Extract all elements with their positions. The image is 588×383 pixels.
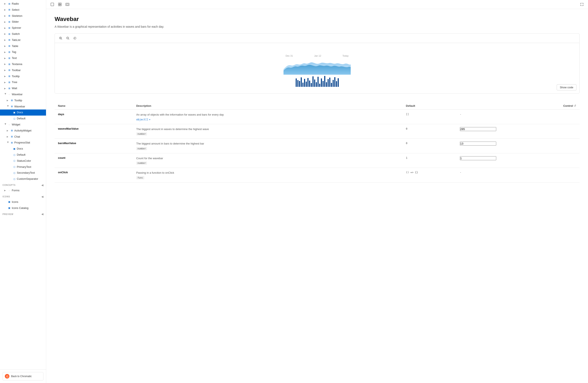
show-code-button[interactable]: Show code [557, 84, 576, 90]
back-to-chromatic-btn[interactable]: C Back to Chromatic [2, 372, 43, 381]
expand-arrow-icon: ▶ [4, 26, 7, 30]
reset-zoom-button[interactable] [72, 35, 78, 41]
expand-arrow-icon: ▶ [6, 142, 10, 144]
sidebar-footer: C Back to Chromatic [0, 369, 46, 383]
sidebar-item-text[interactable]: ▶ ⊞ Text [0, 55, 46, 61]
sidebar-item-wavebar-default[interactable]: ◻ Default [0, 115, 46, 122]
sidebar: ▶ ⊞ Radio ▶ ⊞ Select ▶ ⊞ Skeleton ▶ ⊞ Sl… [0, 0, 46, 383]
sidebar-item-label: PrimaryText [17, 165, 44, 169]
sidebar-item-progressstat-secondarytext[interactable]: ◻ SecondaryText [0, 170, 46, 176]
sidebar-item-wavebar-tooltip[interactable]: ▶ ⊞ Tooltip [0, 97, 46, 104]
sidebar-item-wavebar-wavebar[interactable]: ▶ ⊞ Wavebar [0, 104, 46, 110]
fullscreen-button[interactable] [579, 1, 585, 8]
prop-name-cell: barsMaxValue [55, 139, 133, 153]
group-icon: ○ [8, 93, 11, 96]
component-icon: ⊞ [8, 14, 11, 18]
sidebar-item-tablist[interactable]: ▶ ⊞ TabList [0, 37, 46, 43]
sidebar-item-wait[interactable]: ▶ ⊞ Wait [0, 85, 46, 92]
count-input[interactable] [460, 156, 496, 160]
bar [304, 79, 305, 87]
prop-default-cell: 0 [402, 124, 457, 139]
sidebar-item-label: Tag [12, 50, 44, 54]
sidebar-item-textarea[interactable]: ▶ ⊞ Textarea [0, 61, 46, 67]
bar [313, 76, 314, 87]
sidebar-item-spinner[interactable]: ▶ ⊞ Spinner [0, 25, 46, 31]
page-title: Wavebar [55, 16, 580, 22]
sidebar-item-icons-catalog[interactable]: ▣ Icons Catalog [0, 205, 46, 211]
table-row: barsMaxValue The biggest amount in bars … [55, 139, 580, 153]
icons-collapse-btn[interactable]: ◀ [41, 195, 43, 198]
sidebar-item-radio[interactable]: ▶ ⊞ Radio [0, 1, 46, 7]
sidebar-item-activitywidget[interactable]: ▶ ⊞ ActivityWidget [0, 128, 46, 134]
sidebar-item-progressstat[interactable]: ▶ ⊞ ProgressStat [0, 140, 46, 146]
content-area: Wavebar A Wavebar is a graphical represe… [46, 9, 588, 383]
component-icon: ⊞ [8, 57, 11, 60]
wavesMaxValue-input[interactable] [460, 127, 496, 131]
sidebar-item-progressstat-customseparator[interactable]: ◻ CustomSeparator [0, 176, 46, 182]
sidebar-item-label: Forms [12, 188, 44, 193]
expand-arrow-icon: ▶ [4, 51, 7, 54]
icons-section-label: ICONS [2, 195, 10, 198]
sidebar-item-label: Table [12, 44, 44, 48]
zoom-in-button[interactable] [58, 35, 64, 41]
sidebar-item-icons[interactable]: ▣ Icons [0, 199, 46, 205]
chromatic-logo: C [5, 374, 9, 379]
sidebar-item-chat[interactable]: ▶ ⊞ Chat [0, 134, 46, 140]
preview-collapse-btn[interactable]: ◀ [41, 213, 43, 216]
sidebar-item-tag[interactable]: ▶ ⊞ Tag [0, 49, 46, 55]
sidebar-item-progressstat-default[interactable]: ◻ Default [0, 152, 46, 158]
chart-label-left: Dec 31 [286, 55, 293, 57]
sidebar-item-progressstat-docs[interactable]: ▣ Docs [0, 146, 46, 152]
layout-responsive-button[interactable] [64, 1, 71, 8]
bar [329, 77, 330, 87]
sidebar-item-forms[interactable]: ▶ ○ Forms [0, 188, 46, 193]
sidebar-item-label: Text [12, 56, 44, 60]
type-badge: number [136, 132, 147, 135]
sidebar-item-slider[interactable]: ▶ ⊞ Slider [0, 19, 46, 25]
prop-description-cell: An array of objects with the information… [133, 110, 402, 124]
sidebar-item-switch[interactable]: ▶ ⊞ Switch [0, 31, 46, 37]
barsMaxValue-input[interactable] [460, 142, 496, 146]
sidebar-item-wavebar-group[interactable]: ▶ ○ Wavebar [0, 92, 46, 97]
page-description: A Wavebar is a graphical representation … [55, 25, 580, 28]
bar [331, 83, 332, 87]
component-icon: ⊞ [10, 135, 13, 139]
preview-toolbar [55, 34, 579, 43]
sidebar-item-tooltip[interactable]: ▶ ⊞ Tooltip [0, 73, 46, 79]
sidebar-item-skeleton[interactable]: ▶ ⊞ Skeleton [0, 13, 46, 19]
sidebar-item-wavebar-docs[interactable]: ▣ Docs [0, 110, 46, 115]
layout-grid-button[interactable] [57, 1, 63, 8]
expand-arrow-icon: ▶ [7, 135, 9, 138]
zoom-out-button[interactable] [65, 35, 71, 41]
expand-arrow-icon: ▶ [4, 32, 7, 36]
sidebar-item-widget-group[interactable]: ▶ ○ Widget [0, 122, 46, 128]
preview-section-label: PREVIEW [2, 213, 13, 215]
bar [297, 80, 298, 87]
props-table: Name Description Default Control ↺ days … [55, 102, 580, 182]
component-icon: ⊞ [8, 80, 11, 84]
sidebar-item-toolbar[interactable]: ▶ ⊞ Toolbar [0, 67, 46, 73]
sidebar-item-label: Chat [14, 135, 44, 139]
preview-content: Dec 31 Jan 12 Today [55, 43, 579, 93]
bar [338, 78, 339, 87]
component-icon: ⊞ [8, 62, 11, 66]
component-icon: ⊞ [10, 141, 13, 145]
col-control-header: Control ↺ [457, 102, 580, 110]
reset-controls-button[interactable]: ↺ [574, 104, 576, 107]
sidebar-item-label: Docs [17, 110, 44, 115]
layout-single-button[interactable] [49, 1, 55, 8]
concepts-section-header: CONCEPTS ◀ [0, 182, 46, 188]
sidebar-item-tree[interactable]: ▶ ⊞ Tree [0, 79, 46, 85]
sidebar-item-progressstat-primarytext[interactable]: ◻ PrimaryText [0, 164, 46, 170]
story-icon: ◻ [13, 165, 16, 169]
bar [324, 76, 325, 87]
sidebar-item-progressstat-statuscolor[interactable]: ◻ StatusColor [0, 158, 46, 164]
sidebar-item-table[interactable]: ▶ ⊞ Table [0, 43, 46, 49]
chart-label-center: Jan 12 [314, 55, 321, 57]
expand-arrow-icon: ▶ [4, 81, 7, 84]
concepts-collapse-btn[interactable]: ◀ [41, 184, 43, 187]
sidebar-item-select[interactable]: ▶ ⊞ Select [0, 7, 46, 13]
sidebar-item-label: Wavebar [12, 92, 44, 97]
type-link[interactable]: object[] ▾ [136, 118, 150, 121]
expand-arrow-icon: ▶ [4, 123, 7, 126]
